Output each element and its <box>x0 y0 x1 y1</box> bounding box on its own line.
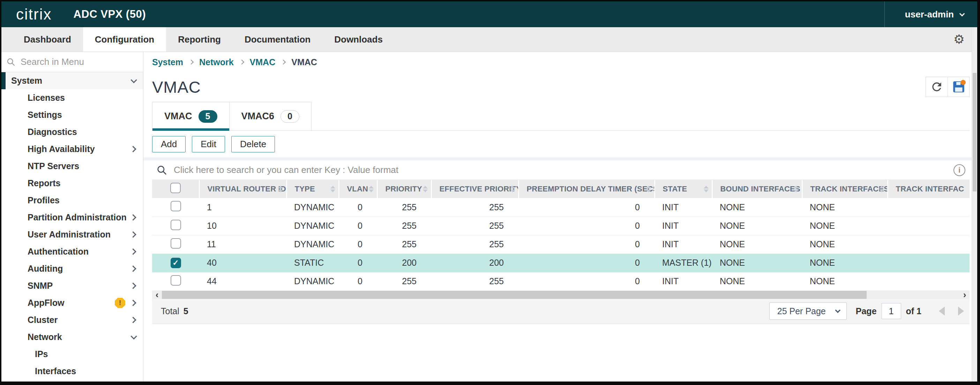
row-checkbox[interactable] <box>170 238 181 249</box>
nav-tab-reporting[interactable]: Reporting <box>166 27 233 52</box>
sidebar-item-high-availability[interactable]: High Availability <box>2 140 143 158</box>
sort-arrows-icon[interactable] <box>330 186 335 192</box>
sidebar-item-user-administration[interactable]: User Administration <box>2 226 143 243</box>
row-checkbox[interactable] <box>170 201 181 212</box>
cell-bound-interfaces: NONE <box>712 253 802 272</box>
sidebar-item-label: AppFlow <box>27 298 65 308</box>
cell-bound-interfaces: NONE <box>712 272 802 291</box>
sidebar-item-interfaces[interactable]: Interfaces <box>2 363 143 380</box>
sidebar-item-system[interactable]: System <box>2 72 143 89</box>
chevron-down-icon <box>959 11 965 16</box>
sidebar-item-cluster[interactable]: Cluster <box>2 312 143 329</box>
chevron-right-icon <box>130 231 136 237</box>
per-page-select[interactable]: 25 Per Page <box>769 302 847 320</box>
chevron-down-icon <box>130 77 137 83</box>
sidebar-item-diagnostics[interactable]: Diagnostics <box>2 123 143 140</box>
save-config-icon[interactable] <box>948 77 969 97</box>
table-row[interactable]: 1DYNAMIC02552550INITNONENONE <box>152 198 969 216</box>
body: SystemLicensesSettingsDiagnosticsHigh Av… <box>2 52 977 382</box>
select-all-checkbox[interactable] <box>170 183 181 193</box>
table-row[interactable]: 11DYNAMIC02552550INITNONENONE <box>152 235 969 253</box>
nav-tab-documentation[interactable]: Documentation <box>233 27 322 52</box>
sidebar-item-appflow[interactable]: AppFlow! <box>2 294 143 312</box>
table-row[interactable]: ✓40STATIC02002000MASTER (1)NONENONE <box>152 253 969 272</box>
sort-arrows-icon[interactable] <box>278 186 283 192</box>
row-checkbox[interactable]: ✓ <box>170 258 181 268</box>
sidebar-item-auditing[interactable]: Auditing <box>2 260 143 277</box>
row-checkbox[interactable] <box>170 220 181 230</box>
scroll-right-icon[interactable]: › <box>960 291 969 299</box>
row-checkbox[interactable] <box>170 275 181 286</box>
refresh-icon[interactable] <box>926 77 948 97</box>
menu-search-input[interactable] <box>20 56 138 68</box>
sidebar-item-licenses[interactable]: Licenses <box>2 89 143 107</box>
column-header-effective-priority[interactable]: EFFECTIVE PRIORITY <box>431 180 519 198</box>
nav-tab-configuration[interactable]: Configuration <box>83 27 166 52</box>
cell-effective-priority: 255 <box>431 272 519 291</box>
prev-page-icon[interactable] <box>939 307 945 316</box>
column-header-priority[interactable]: PRIORITY <box>377 180 431 198</box>
nav-tab-list: DashboardConfigurationReportingDocumenta… <box>12 27 395 52</box>
sort-arrows-icon[interactable] <box>794 186 799 192</box>
column-header-track-interfac[interactable]: TRACK INTERFAC <box>888 180 969 198</box>
cell-state: INIT <box>654 198 712 216</box>
page-input[interactable] <box>881 303 901 319</box>
column-header-state[interactable]: STATE <box>654 180 712 198</box>
tab-label: VMAC6 <box>242 111 275 122</box>
primary-nav: DashboardConfigurationReportingDocumenta… <box>2 27 977 52</box>
sidebar-item-partition-administration[interactable]: Partition Administration <box>2 209 143 226</box>
delete-button[interactable]: Delete <box>231 136 275 153</box>
sidebar-item-settings[interactable]: Settings <box>2 107 143 123</box>
sidebar-item-label: Auditing <box>27 264 63 274</box>
sort-arrows-icon[interactable] <box>423 186 428 192</box>
sort-arrows-icon[interactable] <box>879 186 884 192</box>
add-button[interactable]: Add <box>152 136 186 153</box>
tab-label: VMAC <box>164 111 192 122</box>
column-header-vlan[interactable]: VLAN <box>339 180 377 198</box>
column-header-type[interactable]: TYPE <box>286 180 339 198</box>
cell-virtual-router-id: 44 <box>199 272 286 291</box>
sidebar-item-snmp[interactable]: SNMP <box>2 277 143 294</box>
nav-tab-dashboard[interactable]: Dashboard <box>12 27 83 52</box>
cell-vlan: 0 <box>339 235 377 253</box>
next-page-icon[interactable] <box>958 307 964 316</box>
breadcrumb-link-system[interactable]: System <box>152 57 183 67</box>
cell-track-interfac <box>888 198 969 216</box>
column-header-track-interfaces[interactable]: TRACK INTERFACES <box>802 180 888 198</box>
cell-vlan: 0 <box>339 272 377 291</box>
sort-arrows-icon[interactable] <box>510 186 515 192</box>
column-label: TYPE <box>295 185 315 193</box>
column-header-preemption-delay-timer-secs[interactable]: PREEMPTION DELAY TIMER (SECS) <box>519 180 654 198</box>
sidebar-item-network[interactable]: Network <box>2 329 143 345</box>
scrollbar-thumb[interactable] <box>162 291 867 299</box>
sidebar-item-reports[interactable]: Reports <box>2 175 143 192</box>
table-search-input[interactable] <box>173 164 948 176</box>
nav-tab-downloads[interactable]: Downloads <box>322 27 395 52</box>
sort-arrows-icon[interactable] <box>369 186 374 192</box>
breadcrumb-link-network[interactable]: Network <box>199 57 234 67</box>
scroll-left-icon[interactable]: ‹ <box>152 291 162 299</box>
sort-arrows-icon[interactable] <box>704 186 709 192</box>
chevron-right-icon <box>130 266 136 272</box>
edit-button[interactable]: Edit <box>192 136 225 153</box>
sidebar-item-ips[interactable]: IPs <box>2 345 143 363</box>
sidebar-item-profiles[interactable]: Profiles <box>2 192 143 209</box>
tab-vmac[interactable]: VMAC5 <box>152 102 229 130</box>
sidebar-item-ntp-servers[interactable]: NTP Servers <box>2 158 143 175</box>
sidebar-item-authentication[interactable]: Authentication <box>2 243 143 260</box>
column-header-bound-interfaces[interactable]: BOUND INTERFACES <box>712 180 802 198</box>
table-row[interactable]: 44DYNAMIC02552550INITNONENONE <box>152 272 969 291</box>
sort-arrows-icon[interactable] <box>646 186 651 192</box>
vertical-scrollbar-thumb[interactable] <box>973 73 977 191</box>
vertical-scrollbar[interactable] <box>972 27 977 382</box>
cell-preemption-delay-timer-secs: 0 <box>519 253 654 272</box>
menu-search <box>2 52 143 72</box>
breadcrumb-link-vmac[interactable]: VMAC <box>250 57 275 67</box>
user-menu[interactable]: user-admin <box>885 2 963 27</box>
column-header-virtual-router-id[interactable]: VIRTUAL ROUTER ID <box>199 180 286 198</box>
settings-gear-icon[interactable]: ⚙ <box>953 33 965 46</box>
info-icon[interactable]: i <box>953 164 965 176</box>
tab-vmac6[interactable]: VMAC60 <box>229 102 312 130</box>
table-row[interactable]: 10DYNAMIC02552550INITNONENONE <box>152 216 969 235</box>
cell-track-interfaces: NONE <box>802 198 888 216</box>
